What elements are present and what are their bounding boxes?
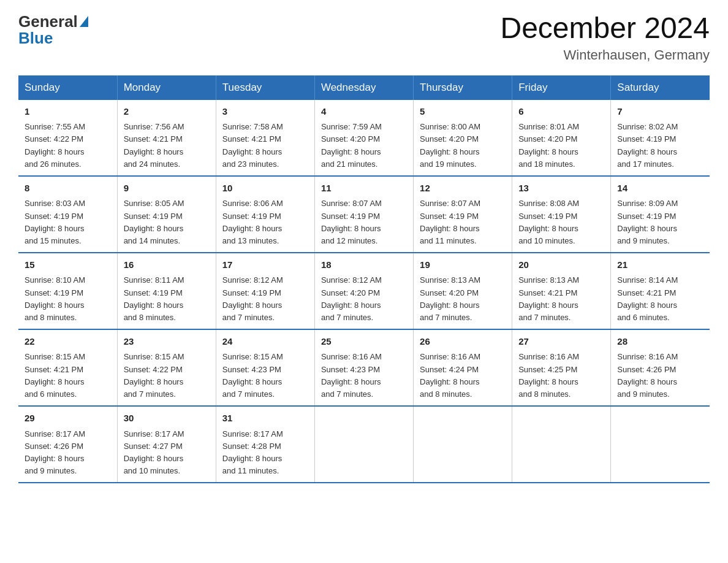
calendar-cell: 26 Sunrise: 8:16 AMSunset: 4:24 PMDaylig… <box>414 329 512 406</box>
calendar-cell: 5 Sunrise: 8:00 AMSunset: 4:20 PMDayligh… <box>414 100 512 176</box>
calendar-cell: 14 Sunrise: 8:09 AMSunset: 4:19 PMDaylig… <box>611 176 710 253</box>
month-title: December 2024 <box>500 12 710 45</box>
calendar-cell: 3 Sunrise: 7:58 AMSunset: 4:21 PMDayligh… <box>216 100 314 176</box>
day-info: Sunrise: 8:15 AMSunset: 4:22 PMDaylight:… <box>124 352 184 398</box>
calendar-cell: 10 Sunrise: 8:06 AMSunset: 4:19 PMDaylig… <box>216 176 314 253</box>
day-info: Sunrise: 7:58 AMSunset: 4:21 PMDaylight:… <box>222 122 283 168</box>
calendar-cell <box>512 406 611 483</box>
week-row-1: 1 Sunrise: 7:55 AMSunset: 4:22 PMDayligh… <box>18 100 710 176</box>
logo-blue: Blue <box>18 29 53 48</box>
day-number: 30 <box>124 412 210 426</box>
day-info: Sunrise: 8:02 AMSunset: 4:19 PMDaylight:… <box>617 122 678 168</box>
header-thursday: Thursday <box>414 75 512 100</box>
day-number: 17 <box>222 258 308 272</box>
calendar-cell: 24 Sunrise: 8:15 AMSunset: 4:23 PMDaylig… <box>216 329 314 406</box>
day-info: Sunrise: 8:06 AMSunset: 4:19 PMDaylight:… <box>222 199 283 245</box>
day-number: 21 <box>617 258 703 272</box>
day-info: Sunrise: 8:16 AMSunset: 4:26 PMDaylight:… <box>617 352 678 398</box>
title-block: December 2024 Winterhausen, Germany <box>500 12 710 63</box>
calendar-cell <box>414 406 512 483</box>
day-number: 31 <box>222 412 308 426</box>
day-info: Sunrise: 7:55 AMSunset: 4:22 PMDaylight:… <box>25 122 85 168</box>
day-number: 27 <box>518 335 604 349</box>
day-number: 1 <box>25 105 111 119</box>
calendar-cell <box>314 406 413 483</box>
calendar-cell: 7 Sunrise: 8:02 AMSunset: 4:19 PMDayligh… <box>611 100 710 176</box>
day-number: 11 <box>321 182 407 196</box>
day-number: 22 <box>25 335 111 349</box>
day-info: Sunrise: 8:00 AMSunset: 4:20 PMDaylight:… <box>420 122 480 168</box>
header-wednesday: Wednesday <box>314 75 413 100</box>
day-info: Sunrise: 8:13 AMSunset: 4:20 PMDaylight:… <box>420 275 480 321</box>
day-number: 15 <box>25 258 111 272</box>
logo-triangle-icon <box>80 16 88 27</box>
day-number: 6 <box>518 105 604 119</box>
day-number: 9 <box>124 182 210 196</box>
day-number: 18 <box>321 258 407 272</box>
day-info: Sunrise: 8:10 AMSunset: 4:19 PMDaylight:… <box>25 275 85 321</box>
day-info: Sunrise: 8:16 AMSunset: 4:24 PMDaylight:… <box>420 352 480 398</box>
day-number: 2 <box>124 105 210 119</box>
calendar-cell: 13 Sunrise: 8:08 AMSunset: 4:19 PMDaylig… <box>512 176 611 253</box>
week-row-4: 22 Sunrise: 8:15 AMSunset: 4:21 PMDaylig… <box>18 329 710 406</box>
calendar-cell: 28 Sunrise: 8:16 AMSunset: 4:26 PMDaylig… <box>611 329 710 406</box>
logo: General Blue <box>18 12 88 48</box>
calendar-cell <box>611 406 710 483</box>
location: Winterhausen, Germany <box>500 47 710 63</box>
day-info: Sunrise: 8:17 AMSunset: 4:26 PMDaylight:… <box>25 429 85 475</box>
day-info: Sunrise: 8:07 AMSunset: 4:19 PMDaylight:… <box>321 199 382 245</box>
day-info: Sunrise: 8:15 AMSunset: 4:21 PMDaylight:… <box>25 352 85 398</box>
day-number: 13 <box>518 182 604 196</box>
calendar-cell: 12 Sunrise: 8:07 AMSunset: 4:19 PMDaylig… <box>414 176 512 253</box>
day-info: Sunrise: 7:56 AMSunset: 4:21 PMDaylight:… <box>124 122 184 168</box>
calendar-cell: 6 Sunrise: 8:01 AMSunset: 4:20 PMDayligh… <box>512 100 611 176</box>
header-sunday: Sunday <box>18 75 117 100</box>
day-info: Sunrise: 8:15 AMSunset: 4:23 PMDaylight:… <box>222 352 283 398</box>
calendar-cell: 19 Sunrise: 8:13 AMSunset: 4:20 PMDaylig… <box>414 253 512 329</box>
calendar-cell: 17 Sunrise: 8:12 AMSunset: 4:19 PMDaylig… <box>216 253 314 329</box>
day-number: 5 <box>420 105 506 119</box>
header-saturday: Saturday <box>611 75 710 100</box>
day-number: 14 <box>617 182 703 196</box>
day-number: 7 <box>617 105 703 119</box>
header-monday: Monday <box>117 75 216 100</box>
day-info: Sunrise: 8:13 AMSunset: 4:21 PMDaylight:… <box>518 275 579 321</box>
day-info: Sunrise: 8:12 AMSunset: 4:20 PMDaylight:… <box>321 275 382 321</box>
day-info: Sunrise: 8:07 AMSunset: 4:19 PMDaylight:… <box>420 199 480 245</box>
day-info: Sunrise: 8:01 AMSunset: 4:20 PMDaylight:… <box>518 122 579 168</box>
calendar-cell: 25 Sunrise: 8:16 AMSunset: 4:23 PMDaylig… <box>314 329 413 406</box>
calendar-cell: 21 Sunrise: 8:14 AMSunset: 4:21 PMDaylig… <box>611 253 710 329</box>
calendar-cell: 16 Sunrise: 8:11 AMSunset: 4:19 PMDaylig… <box>117 253 216 329</box>
day-info: Sunrise: 8:12 AMSunset: 4:19 PMDaylight:… <box>222 275 283 321</box>
day-info: Sunrise: 8:05 AMSunset: 4:19 PMDaylight:… <box>124 199 184 245</box>
week-row-2: 8 Sunrise: 8:03 AMSunset: 4:19 PMDayligh… <box>18 176 710 253</box>
calendar-cell: 20 Sunrise: 8:13 AMSunset: 4:21 PMDaylig… <box>512 253 611 329</box>
day-number: 3 <box>222 105 308 119</box>
day-info: Sunrise: 8:03 AMSunset: 4:19 PMDaylight:… <box>25 199 85 245</box>
day-number: 20 <box>518 258 604 272</box>
calendar-cell: 2 Sunrise: 7:56 AMSunset: 4:21 PMDayligh… <box>117 100 216 176</box>
day-number: 24 <box>222 335 308 349</box>
day-number: 29 <box>25 412 111 426</box>
page-header: General Blue December 2024 Winterhausen,… <box>18 12 710 63</box>
header-tuesday: Tuesday <box>216 75 314 100</box>
calendar-cell: 15 Sunrise: 8:10 AMSunset: 4:19 PMDaylig… <box>18 253 117 329</box>
calendar-cell: 9 Sunrise: 8:05 AMSunset: 4:19 PMDayligh… <box>117 176 216 253</box>
day-number: 19 <box>420 258 506 272</box>
calendar-cell: 22 Sunrise: 8:15 AMSunset: 4:21 PMDaylig… <box>18 329 117 406</box>
day-info: Sunrise: 8:16 AMSunset: 4:23 PMDaylight:… <box>321 352 382 398</box>
calendar-header-row: SundayMondayTuesdayWednesdayThursdayFrid… <box>18 75 710 100</box>
day-info: Sunrise: 8:17 AMSunset: 4:28 PMDaylight:… <box>222 429 283 475</box>
calendar-cell: 8 Sunrise: 8:03 AMSunset: 4:19 PMDayligh… <box>18 176 117 253</box>
calendar-cell: 18 Sunrise: 8:12 AMSunset: 4:20 PMDaylig… <box>314 253 413 329</box>
calendar-cell: 1 Sunrise: 7:55 AMSunset: 4:22 PMDayligh… <box>18 100 117 176</box>
day-number: 4 <box>321 105 407 119</box>
day-info: Sunrise: 8:11 AMSunset: 4:19 PMDaylight:… <box>124 275 184 321</box>
day-number: 23 <box>124 335 210 349</box>
day-info: Sunrise: 7:59 AMSunset: 4:20 PMDaylight:… <box>321 122 382 168</box>
day-info: Sunrise: 8:14 AMSunset: 4:21 PMDaylight:… <box>617 275 678 321</box>
header-friday: Friday <box>512 75 611 100</box>
day-number: 25 <box>321 335 407 349</box>
calendar-cell: 31 Sunrise: 8:17 AMSunset: 4:28 PMDaylig… <box>216 406 314 483</box>
day-number: 28 <box>617 335 703 349</box>
